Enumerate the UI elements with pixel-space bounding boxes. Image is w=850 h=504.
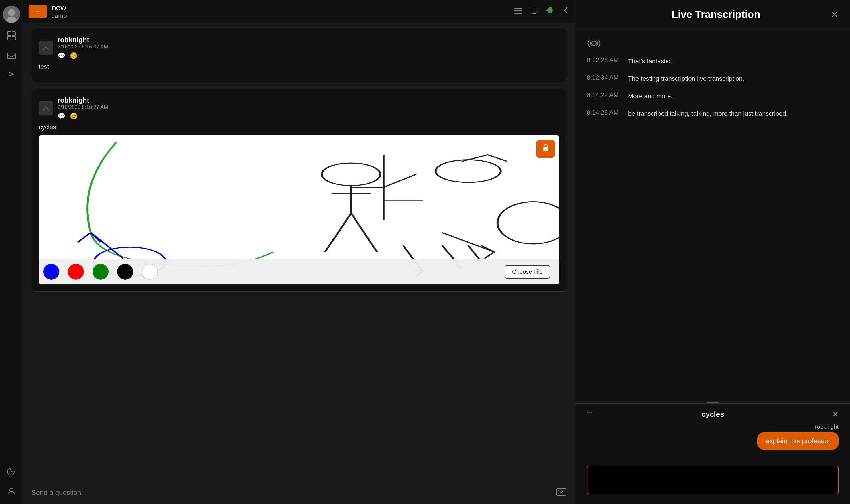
choose-file-button[interactable]: Choose File [505,265,550,278]
post-card-2: robknight 2/16/2025 8:18:27 AM 💬 😊 cycle… [32,89,566,291]
camp-title: new camp [52,3,67,20]
svg-point-17 [498,202,559,244]
transcript-text-0: That's fantastic. [628,56,672,66]
post-avatar-1 [39,41,53,55]
transcript-text-2: More and more. [628,91,672,101]
question-area [23,481,575,504]
panel-header: Live Transcription ✕ [575,0,850,30]
close-transcription-button[interactable]: ✕ [831,9,838,20]
color-black[interactable] [117,264,133,280]
transcript-time-1: 8:12:34 AM [587,74,621,81]
post-text-1: test [39,63,559,70]
moon-icon[interactable] [4,464,19,478]
user-profile-icon[interactable] [4,484,19,498]
posts-area: robknight 2/16/2025 8:16:07 AM 💬 😊 test [23,23,575,481]
post-text-2: cycles [39,123,559,131]
right-panel: Live Transcription ✕ 8:12:28 AM That's f… [575,0,850,504]
top-bar: new camp [23,0,575,23]
svg-rect-10 [514,10,522,12]
radio-icon [587,38,838,51]
svg-rect-12 [530,7,538,12]
dropdown-button[interactable] [29,4,47,18]
chat-area: robknight explain this professor [587,424,838,454]
svg-point-23 [587,412,589,413]
broadcast-icon[interactable] [545,6,556,17]
svg-rect-4 [12,32,16,35]
question-input[interactable] [32,488,551,497]
transcription-area: 8:12:28 AM That's fantastic. 8:12:34 AM … [575,30,850,401]
top-bar-icons [513,6,569,17]
lock-button[interactable] [537,140,555,158]
svg-rect-13 [40,42,52,54]
svg-rect-14 [40,103,52,114]
drawing-canvas[interactable]: Choose File [39,136,559,284]
cycles-panel-header: cycles ✕ [587,410,838,419]
transcript-text-1: The testing transcription live transcrip… [628,74,744,83]
svg-rect-5 [7,36,11,40]
post-header-1: robknight 2/16/2025 8:16:07 AM 💬 😊 [39,36,559,59]
transcript-entry-3: 8:14:28 AM be transcribed talking, talki… [587,109,838,118]
cycles-panel: cycles ✕ robknight explain this professo… [575,403,850,460]
flag-icon[interactable] [4,69,19,83]
transcript-time-0: 8:12:28 AM [587,56,621,64]
chat-username: robknight [815,424,838,430]
chat-input[interactable] [587,466,838,494]
left-sidebar [0,0,23,504]
color-blue[interactable] [43,264,59,280]
transcript-time-3: 8:14:28 AM [587,109,621,116]
post-card-1: robknight 2/16/2025 8:16:07 AM 💬 😊 test [32,29,566,82]
svg-rect-9 [514,8,522,9]
post-header-2: robknight 2/16/2025 8:18:27 AM 💬 😊 [39,96,559,120]
react-icon-1[interactable]: 😊 [70,52,78,59]
comment-icon-1[interactable]: 💬 [58,52,65,59]
svg-point-8 [10,488,13,492]
svg-point-25 [591,412,592,413]
chat-message-right: robknight explain this professor [587,424,838,454]
transcript-entry-2: 8:14:22 AM More and more. [587,91,838,101]
color-toolbar: Choose File [39,259,559,284]
inbox-icon[interactable] [4,49,19,63]
color-green[interactable] [92,264,109,280]
chat-bubble: explain this professor [758,432,838,450]
react-icon-2[interactable]: 😊 [70,112,78,120]
back-icon[interactable] [562,6,569,17]
grid-view-icon[interactable] [513,6,522,17]
svg-point-24 [589,412,590,413]
svg-rect-21 [557,488,566,496]
chat-input-area [575,460,850,504]
svg-point-22 [592,41,596,46]
svg-point-16 [322,163,381,185]
monitor-icon[interactable] [529,6,538,17]
comment-icon-2[interactable]: 💬 [58,112,65,120]
panel-icon[interactable] [4,29,19,43]
transcript-time-2: 8:14:22 AM [587,91,621,99]
post-avatar-2 [39,101,53,115]
post-info-2: robknight 2/16/2025 8:18:27 AM 💬 😊 [58,96,108,120]
svg-point-18 [436,160,501,182]
cycles-panel-label: cycles [701,410,724,419]
avatar[interactable] [3,6,20,23]
post-actions-1: 💬 😊 [58,52,108,59]
transcript-entry-0: 8:12:28 AM That's fantastic. [587,56,838,66]
post-actions-2: 💬 😊 [58,112,108,120]
transcript-entry-1: 8:12:34 AM The testing transcription liv… [587,74,838,83]
transcript-text-3: be transcribed talking, talking, more th… [628,109,788,118]
svg-rect-3 [7,32,11,35]
svg-point-1 [8,9,15,16]
cycles-close-button[interactable]: ✕ [832,410,838,419]
svg-rect-6 [12,36,16,40]
color-red[interactable] [68,264,84,280]
post-info-1: robknight 2/16/2025 8:16:07 AM 💬 😊 [58,36,108,59]
panel-divider[interactable] [575,401,850,403]
color-white[interactable] [142,264,158,280]
svg-rect-7 [7,53,16,59]
svg-point-20 [545,149,546,150]
main-area: new camp [23,0,575,504]
question-send-icon[interactable] [556,487,566,498]
svg-rect-11 [514,13,522,14]
panel-title: Live Transcription [601,8,831,21]
